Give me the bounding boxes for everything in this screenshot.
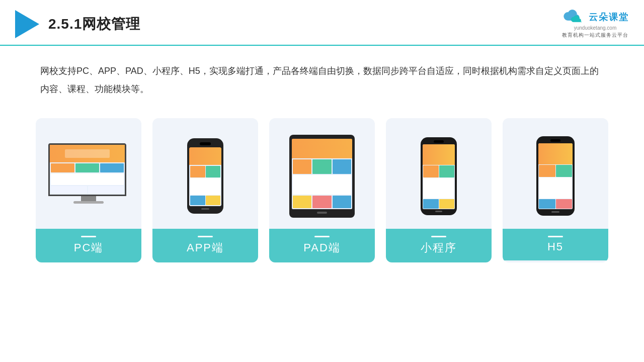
cloud-logo: 云朵课堂: [561, 9, 629, 25]
card-label-bar-h5: [548, 236, 563, 237]
card-pc-label: PC端: [36, 229, 141, 262]
app-phone-mockup: [187, 138, 223, 214]
brand-logo: 云朵课堂 yunduoketang.com 教育机构一站式服务云平台: [561, 9, 629, 39]
card-miniapp-label: 小程序: [386, 229, 492, 262]
h5-phone-mockup: [536, 136, 575, 216]
card-label-bar: [81, 236, 96, 237]
phone-screen: [189, 147, 221, 206]
header: 2.5.1网校管理 云朵课堂 yunduoketang.com 教育机构一站式服…: [0, 0, 644, 46]
card-pad-image: [269, 118, 375, 229]
description-text: 网校支持PC、APP、PAD、小程序、H5，实现多端打通，产品各终端自由切换，数…: [0, 46, 644, 108]
mini-phone-screen: [423, 144, 455, 209]
card-pad-label: PAD端: [269, 229, 375, 262]
miniapp-phone-mockup: [421, 137, 457, 215]
logo-domain: yunduoketang.com: [574, 25, 617, 31]
card-app-label: APP端: [152, 229, 258, 262]
card-miniapp: 小程序: [386, 118, 492, 262]
tablet-mockup: [289, 135, 355, 218]
card-pad: PAD端: [269, 118, 375, 262]
page-title: 2.5.1网校管理: [48, 15, 140, 34]
logo-triangle-icon: [15, 10, 39, 38]
pc-stand: [81, 196, 96, 201]
h5-phone-home-button: [551, 211, 559, 213]
pc-base: [73, 201, 104, 204]
phone-home-button: [201, 208, 209, 210]
card-label-bar-miniapp: [431, 236, 446, 237]
mini-phone-notch: [434, 140, 444, 143]
card-pc-image: [36, 118, 141, 229]
logo-tagline: 教育机构一站式服务云平台: [562, 32, 628, 39]
card-app: APP端: [152, 118, 258, 262]
mini-phone-home-button: [435, 211, 442, 212]
card-label-bar-app: [198, 236, 213, 237]
card-h5-label: H5: [503, 229, 608, 260]
card-h5: H5: [503, 118, 608, 262]
logo-text: 云朵课堂: [589, 11, 629, 23]
h5-phone-screen: [538, 143, 573, 209]
card-label-bar-pad: [314, 236, 330, 237]
h5-phone-notch: [550, 139, 560, 142]
card-h5-image: [503, 118, 608, 229]
pc-screen: [48, 143, 126, 196]
cloud-icon: [561, 9, 586, 25]
card-pc: PC端: [36, 118, 141, 262]
header-left: 2.5.1网校管理: [15, 10, 140, 38]
card-miniapp-image: [386, 118, 492, 229]
platform-cards: PC端: [0, 113, 644, 262]
phone-notch: [200, 142, 211, 145]
description-paragraph: 网校支持PC、APP、PAD、小程序、H5，实现多端打通，产品各终端自由切换，数…: [40, 62, 604, 98]
tablet-home-button: [317, 212, 327, 214]
tablet-screen: [292, 139, 352, 209]
pc-mockup: [48, 143, 129, 209]
card-app-image: [152, 118, 258, 229]
